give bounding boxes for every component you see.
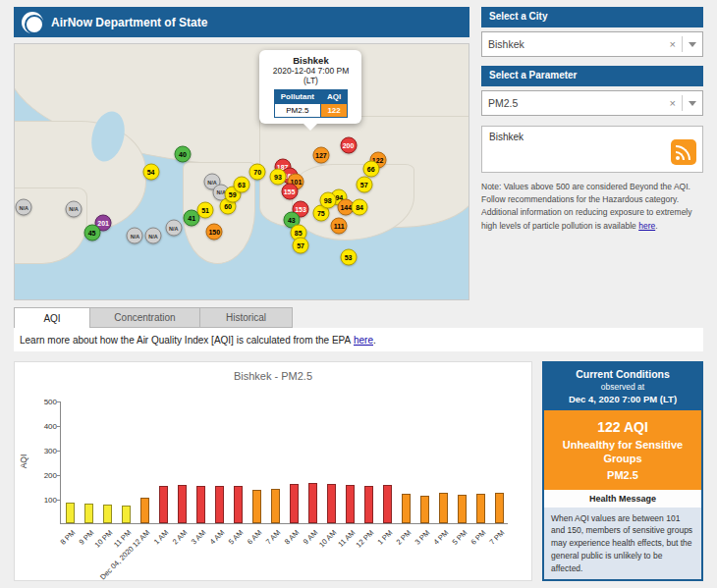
- chevron-down-icon[interactable]: [689, 101, 696, 106]
- map-marker[interactable]: N/A: [127, 228, 143, 244]
- map-marker[interactable]: 93: [269, 169, 286, 186]
- chart-bar[interactable]: [196, 486, 205, 523]
- select-city-header: Select a City: [481, 7, 703, 27]
- map-marker[interactable]: 70: [249, 164, 266, 181]
- chart-bar[interactable]: [364, 486, 373, 523]
- chart-bar[interactable]: [178, 485, 187, 523]
- map-marker[interactable]: 57: [293, 238, 309, 254]
- map-marker[interactable]: 84: [352, 199, 368, 216]
- chart-bar[interactable]: [140, 498, 149, 523]
- tab-concentration[interactable]: Concentration: [90, 307, 200, 328]
- chart-bar[interactable]: [420, 496, 429, 523]
- y-tick-label: 200: [29, 471, 57, 480]
- chart-panel: Bishkek - PM2.5 AQI 1002003004005008 PM9…: [14, 361, 532, 581]
- y-tick-mark: [57, 426, 61, 427]
- learn-more-link[interactable]: here: [354, 335, 373, 346]
- map-marker[interactable]: N/A: [144, 228, 161, 244]
- conditions-aqi-block: 122 AQI Unhealthy for Sensitive Groups P…: [544, 410, 701, 490]
- chart-bar[interactable]: [402, 494, 411, 523]
- map-marker[interactable]: 40: [174, 145, 191, 162]
- note-link[interactable]: here: [638, 221, 655, 231]
- learn-more-pre: Learn more about how the Air Quality Ind…: [20, 335, 351, 346]
- rss-icon[interactable]: [671, 139, 696, 165]
- note-pre: Note: Values above 500 are considered Be…: [481, 182, 692, 231]
- chart-bar[interactable]: [290, 484, 299, 523]
- chart-bar[interactable]: [159, 486, 168, 523]
- map-marker[interactable]: N/A: [66, 200, 83, 217]
- y-tick-label: 300: [29, 447, 57, 455]
- popup-pollutant-value: PM2.5: [274, 104, 320, 118]
- map-marker[interactable]: N/A: [165, 220, 182, 237]
- popup-table: Pollutant AQI PM2.5 122: [274, 89, 348, 118]
- rss-feed-box: Bishkek: [481, 126, 703, 173]
- y-tick-mark: [57, 475, 61, 476]
- chart-bar[interactable]: [476, 494, 485, 523]
- aqi-map[interactable]: 4054N/A20145N/AN/AN/A4151150N/A605963701…: [14, 43, 469, 300]
- conditions-category: Unhealthy for Sensitive Groups: [550, 438, 695, 466]
- map-marker[interactable]: 45: [83, 225, 100, 241]
- page-title: AirNow Department of State: [51, 16, 207, 29]
- map-popup: Bishkek 2020-12-04 7:00 PM (LT) Pollutan…: [259, 50, 361, 124]
- map-marker[interactable]: 57: [356, 177, 372, 193]
- chart-bar[interactable]: [327, 484, 336, 523]
- chart-bar[interactable]: [495, 493, 504, 523]
- map-marker[interactable]: 63: [234, 177, 250, 193]
- map-marker[interactable]: 127: [312, 147, 329, 164]
- popup-aqi-value: 122: [320, 104, 347, 118]
- health-message-title: Health Message: [544, 490, 701, 508]
- conditions-title: Current Conditions: [548, 368, 697, 380]
- map-marker[interactable]: 200: [340, 136, 357, 153]
- popup-datetime: 2020-12-04 7:00 PM: [263, 66, 358, 76]
- conditions-observed-at: observed at: [548, 382, 697, 392]
- city-select-value: Bishkek: [488, 38, 664, 50]
- chart-bar[interactable]: [383, 485, 392, 523]
- app-header: AirNow Department of State: [14, 7, 469, 37]
- tab-bar: AQI Concentration Historical: [14, 307, 293, 328]
- map-marker[interactable]: 150: [206, 224, 223, 241]
- popup-col-pollutant: Pollutant: [274, 90, 320, 104]
- dos-seal-icon: [22, 12, 43, 33]
- clear-icon[interactable]: ×: [664, 38, 682, 50]
- select-parameter-header: Select a Parameter: [481, 66, 703, 86]
- chart-bar[interactable]: [215, 486, 224, 523]
- chart-bar[interactable]: [346, 485, 355, 523]
- select-divider: [682, 95, 683, 111]
- tab-historical[interactable]: Historical: [200, 307, 293, 328]
- chevron-down-icon[interactable]: [689, 42, 696, 47]
- map-marker[interactable]: N/A: [16, 199, 32, 216]
- chart-bar[interactable]: [439, 493, 448, 523]
- chart-bar[interactable]: [458, 495, 467, 523]
- note-post: .: [655, 221, 657, 231]
- clear-icon[interactable]: ×: [664, 97, 682, 109]
- health-message-text: When AQI values are between 101 and 150,…: [544, 508, 701, 580]
- map-marker[interactable]: 51: [197, 202, 214, 219]
- y-tick-mark: [57, 500, 61, 501]
- map-marker[interactable]: 98: [319, 191, 336, 208]
- map-marker[interactable]: 54: [142, 164, 159, 181]
- city-select[interactable]: Bishkek ×: [481, 31, 703, 57]
- popup-col-aqi: AQI: [320, 90, 347, 104]
- chart-bar[interactable]: [122, 506, 131, 523]
- chart-bar[interactable]: [66, 503, 75, 523]
- conditions-header: Current Conditions observed at Dec 4, 20…: [544, 363, 701, 410]
- chart-bar[interactable]: [234, 486, 243, 523]
- learn-more-text: Learn more about how the Air Quality Ind…: [14, 328, 703, 351]
- y-tick-mark: [57, 401, 61, 402]
- tab-aqi[interactable]: AQI: [14, 307, 90, 328]
- parameter-select[interactable]: PM2.5 ×: [481, 90, 703, 116]
- parameter-select-value: PM2.5: [488, 97, 664, 109]
- popup-timezone: (LT): [263, 76, 358, 85]
- chart-bar[interactable]: [84, 504, 93, 523]
- y-tick-label: 400: [29, 422, 57, 431]
- chart-bar[interactable]: [103, 505, 112, 523]
- popup-tail: [303, 124, 317, 131]
- chart-y-axis-label: AQI: [19, 454, 28, 469]
- map-marker[interactable]: 155: [281, 183, 298, 199]
- map-marker[interactable]: 53: [340, 249, 357, 266]
- chart-bar[interactable]: [252, 490, 261, 523]
- map-marker[interactable]: 111: [331, 217, 348, 234]
- chart-bar[interactable]: [271, 489, 280, 523]
- chart-plot: 1002003004005008 PM9 PM10 PM11 PMDec 04,…: [60, 401, 508, 524]
- map-marker[interactable]: 66: [362, 161, 379, 178]
- chart-bar[interactable]: [308, 483, 317, 523]
